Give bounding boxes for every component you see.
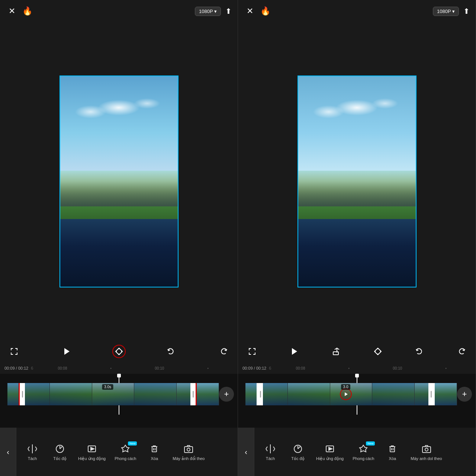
right-timeline-ticks: 00:08 • 00:10 • (271, 366, 471, 370)
right-expand-button[interactable] (245, 345, 259, 358)
right-panel: ✕ 🔥 1080P ▾ ⬆ (238, 0, 476, 476)
left-tool-camera[interactable]: Máy ảnh đổi theo (169, 440, 208, 464)
right-tool-delete[interactable]: Xóa (379, 440, 405, 464)
left-tool-delete[interactable]: Xóa (141, 440, 167, 464)
left-clip-track-area: 3.0s + (0, 374, 238, 415)
left-video-frame (60, 75, 178, 287)
right-camera-label: Máy anh dol theo (411, 456, 442, 461)
right-tool-camera[interactable]: Máy anh dol theo (407, 440, 446, 464)
right-quality-button[interactable]: 1080P ▾ (433, 7, 459, 16)
left-timeline-current: 00:09 / 00:12 6 (4, 366, 33, 370)
left-toolbar-inner: ‹ Tách (0, 428, 238, 476)
delete-icon (148, 443, 160, 455)
svg-rect-40 (390, 447, 395, 452)
svg-marker-21 (292, 348, 297, 355)
right-play-button[interactable] (287, 345, 301, 358)
right-tool-style[interactable]: New Phong cách (349, 440, 378, 464)
right-clip-film[interactable]: 3.0 (245, 383, 457, 405)
right-empty-track (238, 415, 476, 428)
svg-marker-29 (345, 392, 348, 396)
water-layer (60, 219, 178, 286)
left-handle-left[interactable] (20, 383, 25, 405)
right-close-button[interactable]: ✕ (244, 5, 256, 17)
clouds (72, 87, 166, 129)
left-upload-button[interactable]: ⬆ (225, 7, 232, 16)
left-top-bar-left: ✕ 🔥 (6, 5, 32, 17)
right-delete-label: Xóa (389, 456, 396, 461)
style-new-badge: New (128, 441, 137, 446)
svg-line-31 (266, 447, 267, 449)
left-tool-speed[interactable]: Tốc độ (47, 440, 73, 464)
right-toolbar-scroll: Tách Tốc độ (254, 428, 476, 476)
right-undo-button[interactable] (413, 345, 426, 358)
right-tick-1: 00:08 (296, 366, 305, 370)
right-tool-split[interactable]: Tách (257, 440, 283, 464)
left-expand-button[interactable] (7, 345, 21, 358)
tick-dot: • (110, 366, 112, 370)
left-quality-button[interactable]: 1080P ▾ (195, 7, 221, 16)
svg-line-8 (28, 449, 29, 451)
right-tool-motion[interactable]: Hiệu ứng động (312, 440, 347, 464)
right-water-layer (298, 219, 416, 286)
left-redo-button[interactable] (217, 345, 230, 358)
left-tool-motion[interactable]: Hiệu ứng động (74, 440, 109, 464)
left-timeline-ticks: 00:08 • 00:10 • (33, 366, 233, 370)
right-top-bar-right: 1080P ▾ ⬆ (433, 7, 470, 16)
right-handle-left[interactable] (258, 383, 263, 405)
right-video-frame (298, 75, 416, 287)
style-label: Phong cách (115, 456, 136, 461)
right-speed-label: Tốc độ (291, 456, 304, 461)
svg-marker-0 (64, 348, 70, 355)
svg-marker-15 (91, 447, 94, 450)
right-top-bar: ✕ 🔥 1080P ▾ ⬆ (238, 0, 476, 22)
right-delete-icon (386, 443, 398, 455)
left-play-button[interactable] (60, 345, 73, 358)
camera-label: Máy ảnh đổi theo (173, 456, 205, 461)
right-play-circle[interactable] (340, 388, 352, 400)
left-panel: ✕ 🔥 1080P ▾ ⬆ (0, 0, 238, 476)
left-top-bar-right: 1080P ▾ ⬆ (195, 7, 232, 16)
right-clip-selected[interactable]: 3.0 (257, 383, 435, 405)
right-add-clip-button[interactable]: + (457, 387, 472, 402)
left-tool-style[interactable]: New Phong cách (111, 440, 140, 464)
left-bottom-toolbar: ‹ Tách (0, 428, 238, 476)
left-back-button[interactable]: ‹ (0, 428, 16, 476)
left-add-clip-button[interactable]: + (219, 387, 234, 402)
right-motion-icon (324, 443, 336, 455)
left-video-preview (0, 22, 238, 340)
svg-line-10 (35, 449, 37, 451)
left-handle-right[interactable] (190, 383, 196, 405)
right-redo-button[interactable] (455, 345, 468, 358)
svg-point-44 (425, 448, 428, 451)
right-export-button[interactable] (329, 345, 342, 358)
right-controls-bar (238, 340, 476, 363)
left-close-button[interactable]: ✕ (6, 5, 18, 17)
left-clip-track: 3.0s + (0, 383, 238, 405)
right-back-button[interactable]: ‹ (238, 428, 254, 476)
tick-2: 00:10 (155, 366, 164, 370)
svg-line-32 (266, 449, 267, 451)
right-motion-label: Hiệu ứng động (316, 456, 344, 461)
left-toolbar-scroll: Tách Tốc độ (16, 428, 238, 476)
right-style-label: Phong cách (353, 456, 374, 461)
right-tool-speed[interactable]: Tốc độ (285, 440, 311, 464)
right-handle-right[interactable] (428, 383, 434, 405)
left-tool-split[interactable]: Tách (19, 440, 45, 464)
left-keyframe-button[interactable] (112, 345, 126, 358)
right-timeline-bar: 00:09 / 00:12 6 00:08 • 00:10 • (238, 363, 476, 374)
right-duration-badge: 3.0 (341, 384, 351, 390)
split-icon (26, 443, 38, 455)
right-tick-dot2: • (445, 366, 447, 370)
right-bottom-toolbar: ‹ Tách (238, 428, 476, 476)
right-keyframe-button[interactable] (371, 345, 385, 358)
speed-icon (54, 443, 66, 455)
right-speed-icon (292, 443, 304, 455)
left-undo-button[interactable] (164, 345, 178, 358)
left-clip-film[interactable]: 3.0s (7, 383, 219, 405)
right-upload-button[interactable]: ⬆ (463, 7, 470, 16)
right-toolbar-inner: ‹ Tách (238, 428, 476, 476)
left-clip-selected[interactable]: 3.0s (19, 383, 197, 405)
svg-line-7 (28, 447, 29, 449)
left-controls-bar (0, 340, 238, 363)
svg-marker-39 (329, 447, 332, 450)
